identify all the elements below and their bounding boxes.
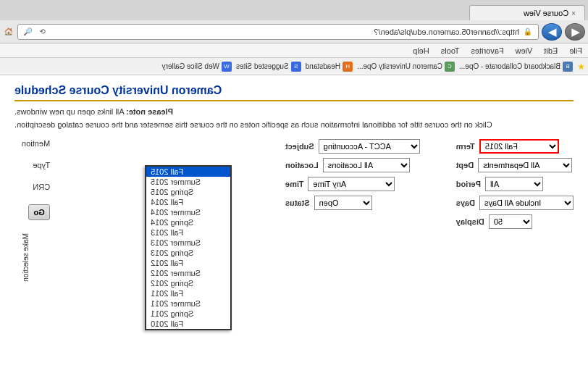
dropdown-item-spring2014[interactable]: Spring 2014 <box>146 217 230 227</box>
bookmark-icon-headstand: H <box>343 62 353 72</box>
dropdown-item-summer2012[interactable]: Summer 2012 <box>146 268 230 278</box>
dropdown-item-spring2015[interactable]: Spring 2015 <box>146 187 230 197</box>
bookmark-icon-cameron: C <box>445 62 455 72</box>
menu-view[interactable]: View <box>516 46 533 55</box>
toolbar-icons: 🏠 <box>3 26 14 38</box>
bookmark-icon-webslice: W <box>222 62 232 72</box>
form-row-display: 50 Display <box>456 214 574 229</box>
period-label: Period <box>456 180 481 188</box>
form-right: ACCT - Accounting Subject All Locations … <box>285 139 420 229</box>
page-title: Cameron University Course Schedule <box>14 84 574 101</box>
bookmarks-bar: ★ B Blackboard Collaborate - Ope... C Ca… <box>0 58 588 75</box>
menu-edit[interactable]: Edit <box>544 46 558 55</box>
dropdown-item-fall2015[interactable]: Fall 2015 <box>146 167 230 177</box>
lock-icon: 🔒 <box>522 26 534 38</box>
dropdown-item-spring2012[interactable]: Spring 2012 <box>146 278 230 288</box>
dropdown-item-summer2014[interactable]: Summer 2014 <box>146 207 230 217</box>
bookmark-icon-blackboard: B <box>563 62 573 72</box>
bookmark-label-blackboard: Blackboard Collaborate - Ope... <box>459 62 560 70</box>
browser-window: × Course View ◀ ▶ 🔒 https://banner05.cam… <box>0 0 588 368</box>
form-row-term: Fall 2015 Term <box>456 139 574 154</box>
dropdown-item-fall2014[interactable]: Fall 2014 <box>146 197 230 207</box>
days-select[interactable]: Include All Days <box>479 196 574 210</box>
tab-close-icon[interactable]: × <box>571 9 576 17</box>
subject-label: Subject <box>285 142 314 151</box>
display-label: Display <box>456 217 484 226</box>
click-note: Click on the course title for additional… <box>14 120 574 129</box>
bookmark-headstand[interactable]: H Headstand <box>306 62 353 72</box>
browser-tabs: × Course View <box>0 0 588 20</box>
please-note-text: All links open up new windows. <box>14 107 125 116</box>
time-select[interactable]: Any Time <box>308 177 395 191</box>
bookmark-cameron[interactable]: C Cameron University Ope... <box>357 62 455 72</box>
period-select[interactable]: All <box>485 177 543 191</box>
days-label: Days <box>456 198 475 207</box>
dept-label: Dept <box>456 161 474 170</box>
term-select[interactable]: Fall 2015 <box>479 139 559 154</box>
form-row-dept: All Departments Dept <box>456 158 574 172</box>
status-select[interactable]: Open <box>314 196 372 210</box>
bookmark-webslice[interactable]: W Web Slice Gallery <box>162 62 232 72</box>
bookmark-blackboard[interactable]: B Blackboard Collaborate - Ope... <box>459 62 573 72</box>
address-text: https://banner05.cameron.edu/pls/aben/? <box>51 28 519 36</box>
form-area: Fall 2015 Term All Departments Dept All … <box>14 139 574 229</box>
dropdown-item-summer2011[interactable]: Summer 2011 <box>146 298 230 309</box>
favorites-star-icon: ★ <box>577 62 585 72</box>
active-tab[interactable]: × Course View <box>469 5 585 20</box>
form-row-status: Open Status <box>285 196 420 210</box>
bookmark-suggested[interactable]: S Suggested Sites <box>236 62 301 72</box>
time-label: Time <box>285 180 303 188</box>
browser-menubar: File Edit View Favorites Tools Help <box>0 43 588 58</box>
term-dropdown[interactable]: Fall 2015 Summer 2015 Spring 2015 Fall 2… <box>145 165 232 330</box>
forward-button[interactable]: ▶ <box>542 23 562 41</box>
dropdown-item-summer2013[interactable]: Summer 2013 <box>146 238 230 248</box>
status-label: Status <box>285 198 310 207</box>
browser-toolbar: ◀ ▶ 🔒 https://banner05.cameron.edu/pls/a… <box>0 20 588 43</box>
home-icon[interactable]: 🏠 <box>3 26 14 38</box>
refresh-icon[interactable]: ⟳ <box>37 26 49 38</box>
bookmark-label-suggested: Suggested Sites <box>236 62 289 70</box>
address-bar[interactable]: 🔒 https://banner05.cameron.edu/pls/aben/… <box>17 24 539 40</box>
display-select[interactable]: 50 <box>489 214 532 229</box>
dropdown-item-fall2012[interactable]: Fall 2012 <box>146 258 230 268</box>
form-row-days: Include All Days Days <box>456 196 574 210</box>
side-labels: Mention Type CRN Go Make selection <box>22 139 50 282</box>
bookmark-label-cameron: Cameron University Ope... <box>357 62 442 70</box>
back-button[interactable]: ◀ <box>565 23 585 41</box>
dropdown-item-fall2013[interactable]: Fall 2013 <box>146 227 230 238</box>
subject-select[interactable]: ACCT - Accounting <box>319 139 420 154</box>
form-row-period: All Period <box>456 177 574 191</box>
go-button[interactable]: Go <box>28 204 50 220</box>
dropdown-item-fall2010[interactable]: Fall 2010 <box>146 319 230 329</box>
bookmark-label-webslice: Web Slice Gallery <box>162 62 219 70</box>
term-label: Term <box>456 142 475 151</box>
bookmark-icon-suggested: S <box>291 62 301 72</box>
form-row-subject: ACCT - Accounting Subject <box>285 139 420 154</box>
menu-help[interactable]: Help <box>413 46 429 55</box>
dropdown-item-spring2011[interactable]: Spring 2011 <box>146 309 230 319</box>
tab-label: Course View <box>524 9 568 17</box>
dropdown-item-fall2011[interactable]: Fall 2011 <box>146 288 230 298</box>
form-row-time: Any Time Time <box>285 177 420 191</box>
crn-label: CRN <box>22 183 50 191</box>
menu-favorites[interactable]: Favorites <box>471 46 503 55</box>
menu-tools[interactable]: Tools <box>441 46 460 55</box>
dropdown-item-summer2015[interactable]: Summer 2015 <box>146 177 230 187</box>
make-selection-label: Make selection <box>22 233 50 282</box>
please-note-label: Please note: <box>126 107 173 116</box>
search-icon[interactable]: 🔍 <box>22 26 34 38</box>
page-content: Cameron University Course Schedule Pleas… <box>0 75 588 368</box>
form-left: Fall 2015 Term All Departments Dept All … <box>456 139 574 229</box>
form-row-location: All Locations Location <box>285 158 420 172</box>
menu-file[interactable]: File <box>569 46 582 55</box>
dept-select[interactable]: All Departments <box>478 158 572 172</box>
type-label: Type <box>22 161 50 170</box>
location-label: Location <box>285 161 319 170</box>
bookmark-label-headstand: Headstand <box>306 62 340 70</box>
dropdown-item-spring2013[interactable]: Spring 2013 <box>146 248 230 258</box>
mention-label: Mention <box>22 139 50 148</box>
please-note: Please note: All links open up new windo… <box>14 107 574 116</box>
location-select[interactable]: All Locations <box>323 158 410 172</box>
